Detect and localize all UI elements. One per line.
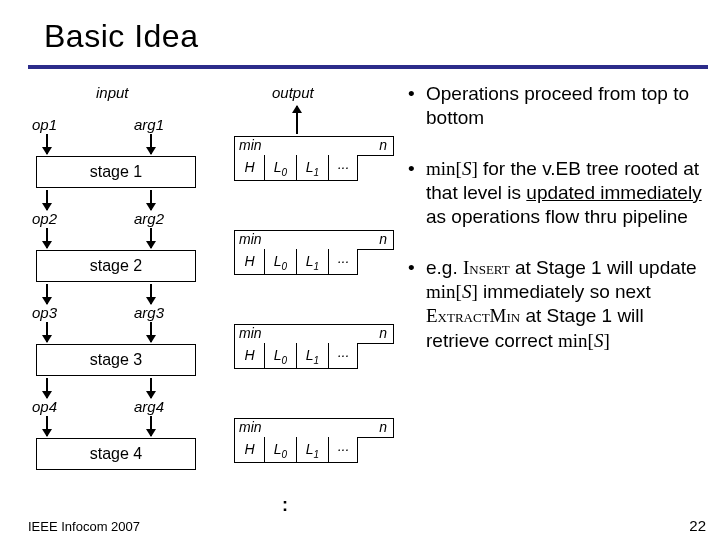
arg4-arrow bbox=[150, 416, 152, 436]
cell-h: H bbox=[234, 437, 264, 463]
op3-in-arrow bbox=[46, 284, 48, 304]
vertical-ellipsis: : bbox=[282, 495, 288, 516]
cell-l1: L1 bbox=[296, 343, 328, 369]
cell-h: H bbox=[234, 343, 264, 369]
cell-l1: L1 bbox=[296, 249, 328, 275]
arg1-label: arg1 bbox=[134, 116, 164, 133]
title-rule bbox=[28, 65, 708, 69]
op4-arrow bbox=[46, 416, 48, 436]
arg2-in-arrow bbox=[150, 190, 152, 210]
cell-h: H bbox=[234, 249, 264, 275]
cell-dots: ··· bbox=[328, 249, 358, 275]
n-label: n bbox=[379, 231, 387, 247]
page-number: 22 bbox=[689, 517, 706, 534]
arg3-label: arg3 bbox=[134, 304, 164, 321]
cell-dots: ··· bbox=[328, 155, 358, 181]
op3-arrow bbox=[46, 322, 48, 342]
arg2-arrow bbox=[150, 228, 152, 248]
pipeline-diagram: input output op1 arg1 stage 1 minn H L0 … bbox=[28, 78, 398, 518]
min-label: min bbox=[239, 137, 262, 153]
arg3-arrow bbox=[150, 322, 152, 342]
bullet-list: Operations proceed from top to bottom mi… bbox=[408, 82, 712, 379]
cell-dots: ··· bbox=[328, 437, 358, 463]
n-label: n bbox=[379, 325, 387, 341]
arg4-in-arrow bbox=[150, 378, 152, 398]
stage2-box: stage 2 bbox=[36, 250, 196, 282]
input-label: input bbox=[96, 84, 129, 101]
stage3-box: stage 3 bbox=[36, 344, 196, 376]
op4-label: op4 bbox=[32, 398, 57, 415]
bullet-1: Operations proceed from top to bottom bbox=[408, 82, 712, 131]
op1-arrow bbox=[46, 134, 48, 154]
min-label: min bbox=[239, 419, 262, 435]
output-arrow bbox=[296, 106, 298, 134]
stage4-box: stage 4 bbox=[36, 438, 196, 470]
cell-l0: L0 bbox=[264, 437, 296, 463]
arg3-in-arrow bbox=[150, 284, 152, 304]
cell-dots: ··· bbox=[328, 343, 358, 369]
output-label: output bbox=[272, 84, 314, 101]
op4-in-arrow bbox=[46, 378, 48, 398]
arg1-arrow bbox=[150, 134, 152, 154]
bullet-2: min[S] for the v.EB tree rooted at that … bbox=[408, 157, 712, 230]
cell-l0: L0 bbox=[264, 155, 296, 181]
op2-in-arrow bbox=[46, 190, 48, 210]
op1-label: op1 bbox=[32, 116, 57, 133]
stage1-box: stage 1 bbox=[36, 156, 196, 188]
stage1-block: minn H L0 L1 ··· bbox=[234, 136, 394, 184]
arg2-label: arg2 bbox=[134, 210, 164, 227]
bullet-3: e.g. Insert at Stage 1 will update min[S… bbox=[408, 256, 712, 353]
min-label: min bbox=[239, 231, 262, 247]
arg4-label: arg4 bbox=[134, 398, 164, 415]
stage3-block: minn H L0 L1 ··· bbox=[234, 324, 394, 372]
op2-label: op2 bbox=[32, 210, 57, 227]
op3-label: op3 bbox=[32, 304, 57, 321]
n-label: n bbox=[379, 137, 387, 153]
min-label: min bbox=[239, 325, 262, 341]
n-label: n bbox=[379, 419, 387, 435]
footer-text: IEEE Infocom 2007 bbox=[28, 519, 140, 534]
cell-l0: L0 bbox=[264, 343, 296, 369]
cell-l0: L0 bbox=[264, 249, 296, 275]
stage4-block: minn H L0 L1 ··· bbox=[234, 418, 394, 466]
cell-l1: L1 bbox=[296, 155, 328, 181]
slide-title: Basic Idea bbox=[44, 18, 720, 55]
cell-l1: L1 bbox=[296, 437, 328, 463]
cell-h: H bbox=[234, 155, 264, 181]
stage2-block: minn H L0 L1 ··· bbox=[234, 230, 394, 278]
op2-arrow bbox=[46, 228, 48, 248]
